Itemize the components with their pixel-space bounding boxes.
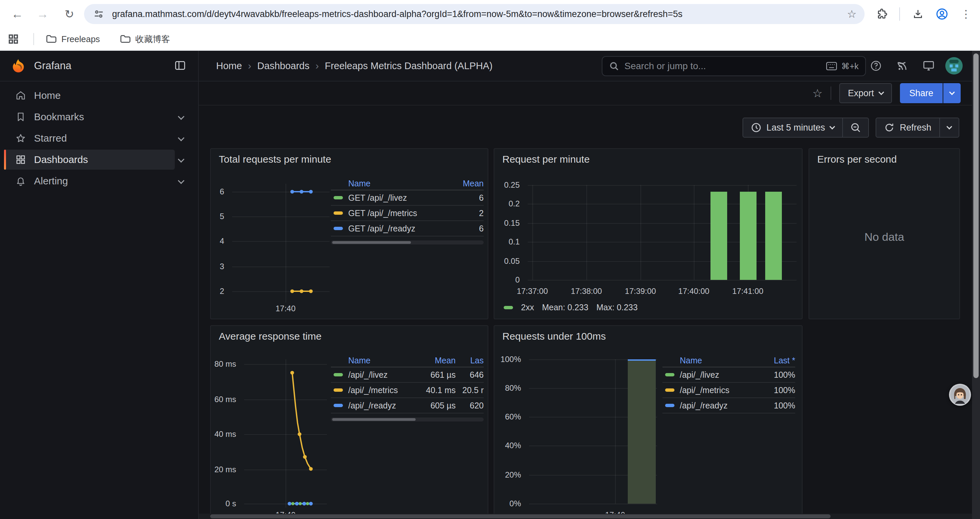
panel-request-per-minute[interactable]: Request per minute 0.25 0.2 0.15 0.1 0.0… [494, 148, 803, 319]
time-range-label: Last 5 minutes [767, 123, 825, 133]
legend-col-name[interactable]: Name [680, 356, 766, 366]
legend-row[interactable]: /api/_/livez 100% [662, 367, 795, 383]
sidebar: Home Bookmarks Starred Dashboards Alerti… [0, 81, 199, 519]
no-data-message: No data [809, 230, 959, 243]
y-tick-label: 0 [515, 275, 520, 284]
y-tick-label: 40% [505, 441, 521, 450]
panel-avg-response-time[interactable]: Average response time 80 ms 60 ms 40 ms … [210, 325, 488, 519]
horizontal-scrollbar[interactable] [199, 514, 972, 519]
gridline [232, 267, 329, 267]
legend-row[interactable]: GET /api/_/livez 6 [331, 190, 484, 206]
breadcrumb-dashboards[interactable]: Dashboards [257, 61, 309, 72]
gridline [286, 184, 286, 303]
sidebar-item-starred[interactable]: Starred [4, 128, 175, 148]
legend-scrollbar[interactable] [331, 241, 484, 244]
help-icon[interactable] [866, 51, 886, 81]
address-bar[interactable]: grafana.mathmast.com/d/deytv4rwavabkb/fr… [84, 4, 865, 24]
legend-row[interactable]: GET /api/_/readyz 6 [331, 221, 484, 236]
reload-icon[interactable]: ↻ [61, 0, 77, 28]
grafana-logo[interactable] [11, 58, 26, 73]
breadcrumb-separator: › [248, 60, 251, 72]
panel-errors-per-second[interactable]: Errors per second No data [808, 148, 960, 319]
grafana-header-main: Home › Dashboards › Freeleaps Metrics Da… [199, 51, 980, 81]
series-mean: 605 µs [418, 401, 456, 410]
time-range-button[interactable]: Last 5 minutes [743, 118, 843, 137]
bookmark-folder-blogs[interactable]: 收藏博客 [115, 31, 175, 47]
zoom-out-button[interactable] [843, 118, 868, 137]
bar-under-100ms[interactable] [628, 359, 656, 504]
sidebar-item-bookmarks[interactable]: Bookmarks [4, 107, 175, 127]
legend-row[interactable]: /api/_/readyz 605 µs 620 [331, 398, 484, 414]
series-max: Max: 0.233 [597, 303, 638, 312]
scrollbar-thumb[interactable] [210, 514, 830, 518]
apps-grid-icon[interactable] [0, 28, 27, 50]
chevron-down-icon [878, 89, 884, 95]
series-last: 646 [456, 370, 484, 380]
refresh-button[interactable]: Refresh [876, 118, 939, 137]
chevron-down-icon[interactable] [178, 156, 185, 163]
active-item-accent [4, 150, 6, 170]
profile-icon[interactable] [935, 0, 949, 28]
y-tick-label: 2 [220, 287, 224, 296]
y-tick-label: 5 [220, 212, 224, 221]
vertical-scrollbar[interactable] [972, 51, 980, 519]
legend-col-name[interactable]: Name [348, 179, 457, 188]
share-dropdown-button[interactable] [943, 83, 961, 103]
chevron-down-icon[interactable] [178, 177, 185, 184]
legend-col-last[interactable]: Last * [766, 356, 795, 366]
gridline [232, 216, 329, 217]
gridline [640, 185, 641, 280]
user-avatar[interactable] [944, 51, 964, 81]
search-icon [609, 61, 619, 71]
breadcrumb: Home › Dashboards › Freeleaps Metrics Da… [216, 51, 493, 81]
bar-2xx[interactable] [740, 192, 757, 280]
panel-under-100ms[interactable]: Requests under 100ms 100% 80% 60% 40% 20… [494, 325, 803, 519]
sidebar-item-dashboards[interactable]: Dashboards [4, 150, 175, 170]
refresh-interval-dropdown[interactable] [940, 118, 959, 137]
legend-row[interactable]: GET /api/_/metrics 2 [331, 206, 484, 221]
bookmark-star-icon[interactable]: ☆ [847, 4, 857, 24]
legend-col-last[interactable]: Las [456, 356, 484, 366]
url-text[interactable]: grafana.mathmast.com/d/deytv4rwavabkb/fr… [112, 9, 865, 19]
legend-row[interactable]: /api/_/livez 661 µs 646 [331, 367, 484, 383]
series-mean: 2 [457, 208, 484, 218]
gridline [232, 291, 329, 292]
legend-col-mean[interactable]: Mean [457, 179, 484, 188]
favorite-star-icon[interactable]: ☆ [812, 86, 822, 100]
download-icon[interactable] [911, 0, 924, 28]
legend-scrollbar[interactable] [331, 417, 484, 422]
chevron-down-icon[interactable] [178, 134, 185, 141]
share-button[interactable]: Share [900, 83, 943, 103]
bar-2xx[interactable] [765, 192, 782, 280]
news-rss-icon[interactable] [892, 51, 912, 81]
scrollbar-thumb[interactable] [332, 241, 411, 244]
menu-icon[interactable]: ⋮ [959, 0, 973, 28]
y-tick-label: 40 ms [215, 430, 236, 439]
monitor-icon[interactable] [919, 51, 939, 81]
sidebar-item-home[interactable]: Home [4, 86, 175, 105]
scrollbar-thumb[interactable] [332, 418, 415, 421]
scrollbar-thumb[interactable] [973, 53, 978, 378]
back-icon[interactable]: ← [10, 0, 25, 28]
bar-2xx[interactable] [711, 192, 727, 280]
export-button[interactable]: Export [839, 83, 892, 103]
sidebar-toggle-icon[interactable] [174, 59, 186, 74]
breadcrumb-home[interactable]: Home [216, 61, 242, 72]
extensions-icon[interactable] [875, 0, 889, 28]
assistant-avatar[interactable] [949, 383, 971, 406]
legend-row[interactable]: /api/_/metrics 100% [662, 383, 795, 398]
legend-col-mean[interactable]: Mean [418, 356, 456, 366]
sidebar-item-alerting[interactable]: Alerting [4, 171, 175, 191]
legend-row[interactable]: /api/_/readyz 100% [662, 398, 795, 414]
series-swatch [334, 388, 343, 392]
site-info-icon[interactable] [94, 9, 104, 19]
legend-col-name[interactable]: Name [348, 356, 418, 366]
search-input[interactable]: Search or jump to... ⌘+k [602, 56, 866, 76]
chevron-down-icon[interactable] [178, 113, 185, 120]
legend-row[interactable]: /api/_/metrics 40.1 ms 20.5 r [331, 383, 484, 398]
toolbar-divider [830, 86, 831, 100]
forward-icon[interactable]: → [35, 0, 51, 28]
legend[interactable]: 2xx Mean: 0.233 Max: 0.233 [504, 303, 638, 312]
bookmark-folder-freeleaps[interactable]: Freeleaps [41, 32, 105, 46]
panel-total-requests[interactable]: Total requests per minute 6 5 4 3 2 [210, 148, 488, 319]
